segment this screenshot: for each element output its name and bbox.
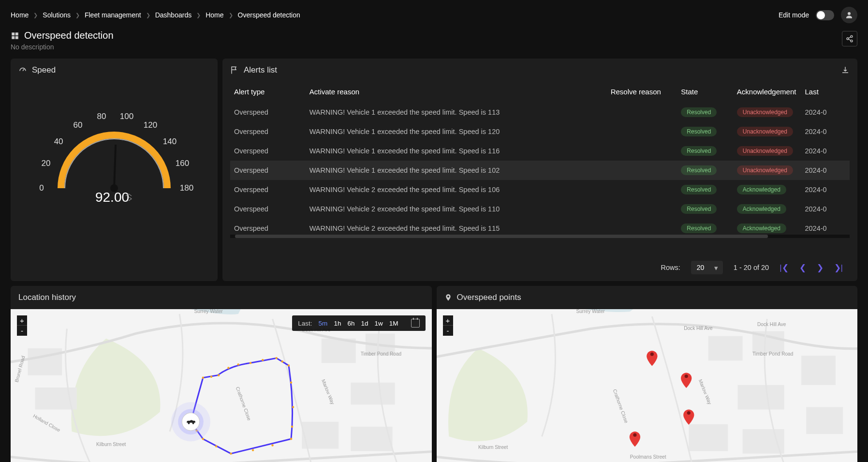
edit-mode-toggle[interactable]: 🔒 [816,10,834,20]
time-option[interactable]: 1M [389,320,398,327]
crumb-solutions[interactable]: Solutions [43,11,71,19]
svg-point-137 [684,374,688,378]
crumb-home2[interactable]: Home [206,11,223,19]
svg-text:120: 120 [144,120,157,130]
svg-rect-3 [12,36,15,39]
svg-point-105 [218,374,220,376]
page-title: Overspeed detection [11,30,114,41]
map-label: Dock Hill Ave [757,322,786,327]
svg-point-119 [230,452,232,454]
pagination: Rows: 20 1 - 20 of 20 |❮ ❮ ❯ ❯| [222,254,857,281]
location-map[interactable]: + - Last: 5m1h6h1d1w1M [11,309,432,462]
first-page-button[interactable]: |❮ [780,263,788,273]
map-label: Surrey Water [194,309,223,314]
table-row[interactable]: OverspeedWARNING! Vehicle 1 exceeded the… [230,141,850,161]
table-row[interactable]: OverspeedWARNING! Vehicle 2 exceeded the… [230,199,850,219]
svg-rect-1 [12,32,15,35]
map-label: Kilburn Street [96,442,126,447]
svg-point-111 [281,360,283,362]
svg-text:80: 80 [97,112,106,121]
svg-point-136 [650,353,653,356]
svg-text:100: 100 [120,112,133,121]
download-icon[interactable] [841,66,850,75]
crumb-current: Overspeed detection [238,11,300,19]
alerts-panel-title: Alerts list [244,65,277,75]
table-row[interactable]: OverspeedWARNING! Vehicle 1 exceeded the… [230,161,850,180]
svg-text:20: 20 [42,159,51,168]
points-map[interactable]: + - [437,309,858,462]
horizontal-scrollbar[interactable] [230,235,850,238]
share-icon [846,35,853,43]
edit-mode-label: Edit mode [779,11,809,19]
last-page-button[interactable]: ❯| [834,263,843,273]
time-option[interactable]: 1h [334,320,341,327]
svg-point-127 [192,422,194,424]
zoom-in-button[interactable]: + [17,315,27,326]
page-range: 1 - 20 of 20 [734,264,769,271]
speedometer-icon [18,66,27,75]
crumb-home[interactable]: Home [11,11,29,19]
zoom-in-button[interactable]: + [443,315,453,326]
svg-point-108 [250,362,251,364]
chevron-right-icon: ❯ [196,12,201,18]
rows-per-page-select[interactable]: 20 [691,261,723,274]
svg-rect-96 [28,348,62,375]
time-option[interactable]: 1w [374,320,383,327]
table-row[interactable]: OverspeedWARNING! Vehicle 1 exceeded the… [230,122,850,141]
flag-icon [230,66,239,75]
zoom-controls: + - [17,315,27,336]
svg-point-115 [291,426,293,428]
map-label: Kilburn Street [478,445,508,450]
column-header[interactable]: Activate reason [306,82,607,103]
svg-text:180: 180 [180,183,193,193]
svg-point-5 [851,35,853,37]
svg-point-113 [290,382,292,384]
time-option[interactable]: 6h [347,320,354,327]
svg-rect-101 [302,422,338,449]
svg-point-118 [252,449,254,451]
svg-text:0: 0 [39,183,44,193]
table-row[interactable]: OverspeedWARNING! Vehicle 1 exceeded the… [230,103,850,122]
column-header[interactable]: Acknowledgement [733,82,801,103]
crumb-dashboards[interactable]: Dashboards [155,11,192,19]
zoom-controls: + - [443,315,453,336]
svg-point-112 [288,364,290,366]
table-row[interactable]: OverspeedWARNING! Vehicle 2 exceeded the… [230,180,850,199]
svg-rect-4 [15,36,18,39]
column-header[interactable]: Alert type [230,82,306,103]
svg-line-10 [23,69,24,71]
chevron-right-icon: ❯ [146,12,150,18]
column-header[interactable]: Last [801,82,850,103]
share-button[interactable] [842,31,857,46]
svg-point-104 [210,375,212,377]
svg-point-109 [262,359,264,361]
svg-rect-2 [15,32,18,35]
svg-text:40: 40 [54,137,63,146]
svg-point-138 [687,411,690,415]
location-icon [444,293,452,302]
svg-line-92 [114,145,116,188]
svg-text:60: 60 [74,120,83,130]
column-header[interactable]: State [677,82,733,103]
column-header[interactable]: Resolve reason [607,82,677,103]
rows-label: Rows: [661,264,680,271]
svg-point-121 [202,438,204,440]
time-option[interactable]: 1d [361,320,368,327]
svg-point-126 [188,422,190,424]
svg-rect-129 [708,336,742,361]
user-avatar[interactable] [841,7,857,23]
calendar-icon[interactable] [411,319,420,328]
page-description: No description [11,43,114,51]
zoom-out-button[interactable]: - [17,326,27,336]
next-page-button[interactable]: ❯ [817,263,824,273]
svg-point-103 [202,376,204,378]
zoom-out-button[interactable]: - [443,326,453,336]
crumb-fleet[interactable]: Fleet management [85,11,141,19]
svg-rect-131 [737,385,784,410]
svg-text:92.00: 92.00 [95,190,129,205]
svg-rect-133 [742,429,784,454]
chevron-right-icon: ❯ [33,12,38,18]
prev-page-button[interactable]: ❮ [799,263,806,273]
svg-point-106 [227,367,229,369]
time-option[interactable]: 5m [319,320,328,327]
